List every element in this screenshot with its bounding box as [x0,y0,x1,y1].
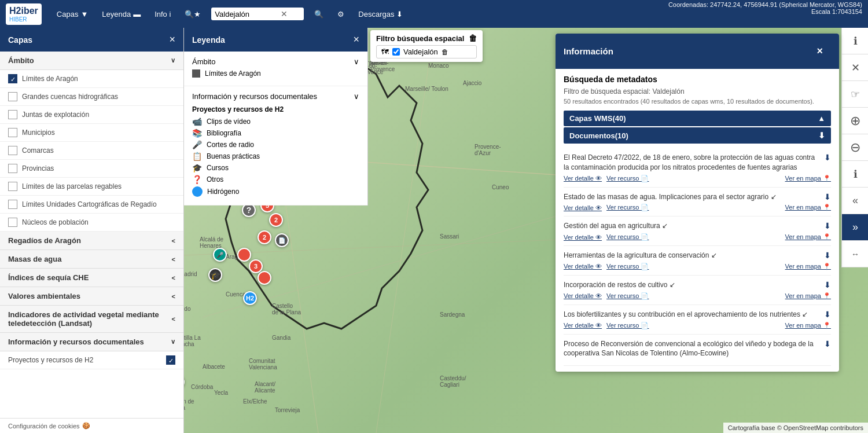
marker-teal[interactable]: 🎤 [213,248,227,262]
valores-section-header[interactable]: Valores ambientales < [0,287,183,306]
capas-icon: ▼ [80,10,88,19]
doc-2-ver-detalle[interactable]: Ver detalle 👁 [564,204,602,211]
doc-1-ver-detalle[interactable]: Ver detalle 👁 [564,175,602,182]
doc-2-ver-recurso[interactable]: Ver recurso 📄 [606,204,649,211]
doc-3-ver-mapa[interactable]: Ver en mapa 📍 [785,233,831,241]
doc-4-ver-detalle[interactable]: Ver detalle 👁 [564,263,602,270]
regadios-section-header[interactable]: Regadíos de Aragón < [0,232,183,250]
doc-6-download-icon[interactable]: ⬇ [824,310,831,319]
toolbar-zoom-out-button[interactable]: ⊖ [842,134,868,161]
toolbar-measure-button[interactable]: ↔ [842,241,868,267]
item-limites-parcelas-label[interactable]: Límites de las parcelas regables [8,182,122,191]
coordinates-display: Coordenadas: 247742.24, 4756944.91 (Sphe… [668,1,862,15]
juntas-checkbox[interactable] [8,110,17,119]
info-panel-close-button[interactable]: × [808,39,831,63]
marker-7[interactable] [237,248,251,262]
filtro-tag-remove-icon[interactable]: 🗑 [442,48,448,56]
limites-aragon-checkbox[interactable] [8,74,17,83]
doc-2-ver-mapa[interactable]: Ver en mapa 📍 [785,204,831,211]
limites-parcelas-checkbox[interactable] [8,182,17,191]
capas-label: Capas [57,10,79,19]
search-clear-button[interactable]: ✕ [281,9,288,19]
descargas-button[interactable]: Descargas ⬇ [355,8,406,21]
doc-5-ver-recurso[interactable]: Ver recurso 📄 [606,292,649,300]
masas-chevron: < [172,256,175,263]
marker-8[interactable]: 3 [249,259,263,273]
leyenda-panel-title: Leyenda [192,35,225,45]
doc-3-ver-detalle[interactable]: Ver detalle 👁 [564,234,602,241]
doc-1-ver-recurso[interactable]: Ver recurso 📄 [606,175,649,182]
toolbar-back-button[interactable]: « [842,188,868,214]
settings-button[interactable]: ⚙ [334,8,348,21]
marker-file[interactable]: 📄 [275,233,289,247]
toolbar-close-button[interactable]: ✕ [842,54,868,81]
toolbar-forward-button[interactable]: » [842,214,868,241]
leyenda-panel-close-button[interactable]: × [353,34,359,46]
toolbar-pan-button[interactable]: ☞ [842,81,868,108]
ambito-section-header[interactable]: Ámbito ∨ [0,52,183,70]
item-grandes-cuencas-label[interactable]: Grandes cuencas hidrográficas [8,92,118,101]
doc-1-download-icon[interactable]: ⬇ [824,153,831,162]
search-button[interactable]: 🔍 [311,8,327,21]
doc-7-download-icon[interactable]: ⬇ [824,339,831,348]
municipios-checkbox[interactable] [8,128,17,137]
limites-ucr-checkbox[interactable] [8,200,17,209]
marker-5[interactable]: 2 [269,213,283,227]
doc-2-download-icon[interactable]: ⬇ [824,192,831,201]
marker-h2[interactable]: H2 [243,291,257,305]
indicadores-chevron: < [172,315,175,322]
filtro-checkbox[interactable] [392,48,400,56]
doc-4-ver-recurso[interactable]: Ver recurso 📄 [606,263,649,270]
svg-line-4 [203,201,608,317]
tools-button[interactable]: 🔍★ [181,8,204,21]
item-limites-parcelas: Límites de las parcelas regables [0,178,183,196]
masas-section-header[interactable]: Masas de agua < [0,250,183,269]
leyenda-button[interactable]: Leyenda ▬ [98,8,144,21]
trash-icon[interactable]: 🗑 [469,34,477,43]
comarcas-checkbox[interactable] [8,146,17,155]
info-recursos-section-header[interactable]: Información y recursos documentales ∨ [0,333,183,351]
marker-6[interactable]: 2 [258,230,271,244]
item-comarcas-label[interactable]: Comarcas [8,146,54,155]
doc-5-ver-detalle[interactable]: Ver detalle 👁 [564,292,602,299]
leyenda-info-header[interactable]: Información y recursos documentales ∨ [192,92,359,101]
item-juntas-label[interactable]: Juntas de explotación [8,110,89,119]
item-limites-aragon-label[interactable]: Límites de Aragón [8,74,78,83]
doc-4-ver-mapa[interactable]: Ver en mapa 📍 [785,263,831,270]
marker-grad[interactable]: 🎓 [208,268,222,282]
item-nucleos-label[interactable]: Núcleos de población [8,218,89,227]
category-wms[interactable]: Capas WMS(40) ▲ [564,111,831,126]
category-docs[interactable]: Documentos(10) ⬇ [564,127,831,144]
search-container: ✕ [211,8,304,20]
capas-button[interactable]: Capas ▼ [53,8,91,21]
doc-5-download-icon[interactable]: ⬇ [824,280,831,289]
doc-3-ver-recurso[interactable]: Ver recurso 📄 [606,233,649,241]
search-input[interactable] [215,10,278,19]
info-button[interactable]: Info i [151,8,174,21]
category-wms-label: Capas WMS(40) [569,114,626,123]
item-limites-ucr-label[interactable]: Límites Unidades Cartográficas de Regadí… [8,200,157,209]
leyenda-ambito-header[interactable]: Ámbito ∨ [192,57,359,66]
doc-3-download-icon[interactable]: ⬇ [824,221,831,230]
doc-1-ver-mapa[interactable]: Ver en mapa 📍 [785,175,831,182]
nucleos-checkbox[interactable] [8,218,17,227]
indices-section-header[interactable]: Índices de sequía CHE < [0,269,183,287]
item-municipios-label[interactable]: Municipios [8,128,55,137]
item-provincias-label[interactable]: Provincias [8,164,54,173]
marker-9[interactable] [258,271,271,285]
doc-4-download-icon[interactable]: ⬇ [824,251,831,260]
doc-5-ver-mapa[interactable]: Ver en mapa 📍 [785,292,831,300]
leyenda-video-item: 📹 Clips de vídeo [192,117,359,126]
doc-6-ver-detalle[interactable]: Ver detalle 👁 [564,322,602,329]
capas-panel-close-button[interactable]: × [169,34,175,46]
doc-6-ver-recurso[interactable]: Ver recurso 📄 [606,322,649,329]
toolbar-info2-button[interactable]: ℹ [842,161,868,188]
toolbar-zoom-in-button[interactable]: ⊕ [842,108,868,134]
doc-6-ver-mapa[interactable]: Ver en mapa 📍 [785,322,831,329]
grandes-cuencas-checkbox[interactable] [8,92,17,101]
toolbar-info-button[interactable]: ℹ [842,28,868,54]
proyectos-h2-checkbox[interactable] [166,355,175,365]
item-proyectos-h2-label[interactable]: Proyectos y recursos de H2 [8,356,93,364]
provincias-checkbox[interactable] [8,164,17,173]
indicadores-section-header[interactable]: Indicadores de actividad vegetal mediant… [0,306,183,333]
